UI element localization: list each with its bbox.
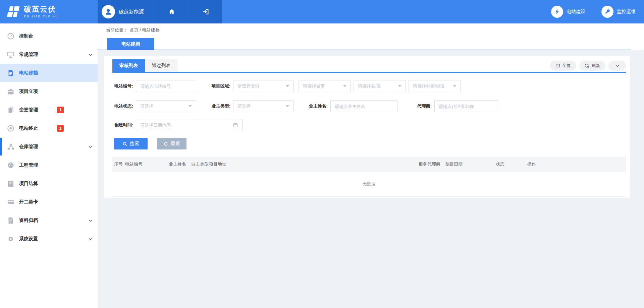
collapse-button[interactable] [608,61,626,71]
gear-icon [7,235,15,243]
sidebar-item-station-archive[interactable]: 电站建档 [0,64,98,82]
logout-button[interactable] [189,0,222,23]
reset-button[interactable]: 重置 [157,138,186,149]
date-range-input[interactable] [140,123,230,128]
wrench-icon [601,6,613,18]
region-label: 项目区域: [210,83,233,89]
caret-down-icon [453,85,457,87]
document-icon [7,69,15,77]
page-tab-station-archive[interactable]: 电站建档 [107,38,154,50]
create-time-label: 创建时间: [112,122,136,128]
credit-card-icon [7,198,15,206]
record-circle-icon [7,124,15,132]
refresh-button[interactable]: 刷新 [579,61,605,71]
sidebar-item-warehouse-mgmt[interactable]: 仓库管理 [0,137,98,156]
filter-actions: 搜索 重置 [112,138,626,149]
company-name: 破茧新能源 [119,9,144,15]
sidebar-item-change-mgmt[interactable]: 变更管理 1 [0,101,98,119]
logout-icon [202,8,209,15]
owner-name-input[interactable] [335,104,393,109]
file-icon [7,217,15,225]
create-time-field[interactable] [136,119,243,131]
dashboard-icon [7,32,15,40]
chevron-down-icon [88,218,93,223]
chevron-down-icon [88,144,93,149]
col-owner-type: 业主类型 [191,161,209,167]
sidebar-item-general-mgmt[interactable]: 常规管理 [0,45,98,64]
nav-station-build-label: 电站建设 [567,9,585,15]
topbar: 破茧云伏 Po Jian Yun Fu 破茧新能源 [0,0,644,23]
sitemap-icon [7,143,15,151]
col-actions: 操作 [527,161,626,167]
breadcrumb-prefix: 当前位置： [106,27,128,33]
badge-count: 1 [57,107,64,113]
station-no-field [136,80,196,92]
nav-station-build[interactable]: 电站建设 [551,6,585,18]
fullscreen-button[interactable]: 全屏 [550,61,576,71]
results-table: 序号 电站编号 业主姓名 业主类型 项目地址 服务代理商 创建日期 状态 操作 … [112,157,626,197]
station-no-input[interactable] [140,84,192,89]
user-icon [104,7,113,16]
chevron-down-icon [615,63,620,68]
owner-type-select[interactable]: 请选择 [233,100,293,112]
refresh-icon [585,63,589,68]
province-select[interactable]: 请选择省份 [233,80,293,92]
breadcrumb: 当前位置： 首页 / 电站建档 [98,23,644,37]
filter-row-1: 电站编号: 项目区域: 请选择省份 请选择城市 请选择县/区 [112,80,626,92]
col-station-no: 电站编号 [125,161,169,167]
table-header-row: 序号 电站编号 业主姓名 业主类型 项目地址 服务代理商 创建日期 状态 操作 [112,157,626,172]
gauge-icon [7,161,15,169]
tab-passed-list[interactable]: 通过列表 [145,59,177,72]
search-icon [122,141,127,146]
empty-state: 无数据 [112,172,626,197]
col-index: 序号 [112,161,125,167]
caret-down-icon [343,85,346,87]
sidebar-item-engineering-mgmt[interactable]: 工程管理 [0,156,98,174]
main-content: 当前位置： 首页 / 电站建档 电站建档 审核列表 通过列表 全屏 [98,23,644,308]
sidebar-item-project-initiation[interactable]: 项目立项 [0,82,98,101]
caret-down-icon [189,105,192,107]
sidebar-item-data-archive[interactable]: 资料归档 [0,211,98,230]
sidebar-item-station-terminate[interactable]: 电站终止 1 [0,119,98,137]
caret-down-icon [398,85,401,87]
nav-monitor-ops[interactable]: 监控运维 [601,6,636,18]
col-status: 状态 [496,161,527,167]
fullscreen-icon [555,63,560,68]
avatar [102,5,115,18]
filter-row-2: 电站状态: 请选择 业主类型: 请选择 业主姓名: 代理商: [112,100,626,112]
brand-logo-icon [5,5,21,18]
agent-input[interactable] [439,104,494,109]
agent-field [434,100,498,112]
owner-name-label: 业主姓名: [307,103,330,109]
caret-down-icon [286,105,289,107]
calendar-icon [233,122,238,128]
caret-down-icon [286,85,289,87]
brand-subtitle: Po Jian Yun Fu [24,14,58,18]
reset-icon [163,141,168,146]
village-select[interactable]: 请选择村镇/街道 [409,80,461,92]
owner-name-field [330,100,397,112]
lightning-icon [551,6,563,18]
filter-row-3: 创建时间: [112,119,626,131]
brand-title: 破茧云伏 [24,5,58,13]
breadcrumb-path[interactable]: 首页 / 电站建档 [130,27,160,33]
sidebar-item-console[interactable]: 控制台 [0,27,98,45]
col-create-date: 创建日期 [445,161,496,167]
chevron-down-icon [88,52,93,57]
county-select[interactable]: 请选择县/区 [354,80,406,92]
briefcase-icon [7,87,15,96]
search-button[interactable]: 搜索 [114,138,148,149]
home-icon [168,8,175,15]
home-button[interactable] [154,0,189,23]
page-tab-strip: 电站建档 [98,37,644,50]
station-status-select[interactable]: 请选择 [136,100,196,112]
sidebar-item-system-settings[interactable]: 系统设置 [0,230,98,248]
page-tab-underline [98,50,630,50]
city-select[interactable]: 请选择城市 [299,80,351,92]
nav-monitor-ops-label: 监控运维 [617,9,636,15]
user-menu[interactable]: 破茧新能源 [98,0,154,23]
sidebar-item-project-settlement[interactable]: 项目结算 [0,174,98,193]
chevron-down-icon [88,236,93,241]
tab-review-list[interactable]: 审核列表 [112,59,145,72]
sidebar-item-open-card[interactable]: 开二类卡 [0,193,98,211]
